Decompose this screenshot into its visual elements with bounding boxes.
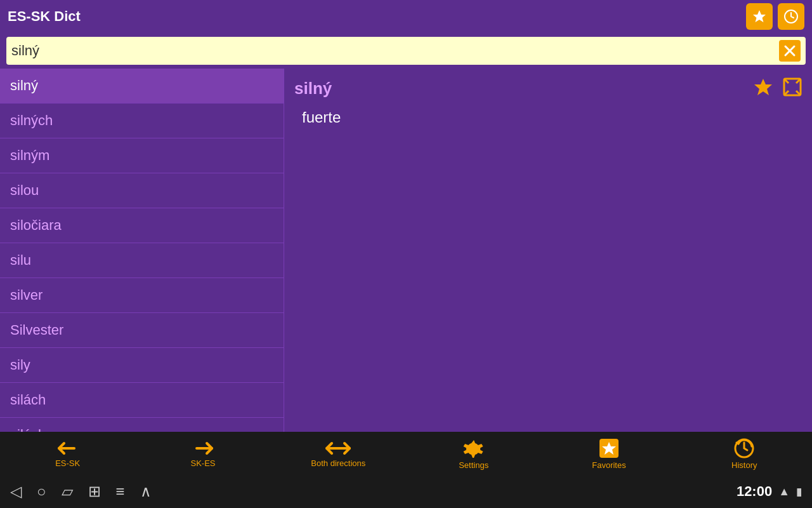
favorites-header-button[interactable] <box>746 3 773 30</box>
back-button[interactable]: ◁ <box>10 483 22 500</box>
wifi-icon: ▲ <box>778 485 790 498</box>
word-item[interactable]: Silvester <box>0 313 284 348</box>
sk-es-icon <box>192 439 214 457</box>
favorites-nav-icon <box>598 438 620 459</box>
nav-settings[interactable]: Settings <box>406 432 541 475</box>
settings-icon <box>463 438 485 459</box>
detail-word: silný <box>294 79 802 98</box>
word-item[interactable]: silný <box>0 69 284 104</box>
up-button[interactable]: ∧ <box>140 483 152 500</box>
clear-button[interactable] <box>779 40 801 62</box>
word-item[interactable]: silu <box>0 243 284 278</box>
history-nav-icon <box>733 438 755 459</box>
app-title: ES-SK Dict <box>8 8 81 25</box>
both-directions-icon <box>324 439 352 457</box>
both-directions-label: Both directions <box>311 458 365 468</box>
system-bar-left: ◁ ○ ▱ ⊞ ≡ ∧ <box>10 483 152 500</box>
word-list: silnýsilnýchsilnýmsilousiločiarasilusilv… <box>0 69 284 432</box>
nav-es-sk[interactable]: ES-SK <box>0 432 135 475</box>
word-item[interactable]: silácky <box>0 418 284 432</box>
detail-translation: fuerte <box>294 109 802 126</box>
header-icon-group <box>746 3 804 30</box>
search-input[interactable] <box>11 43 779 59</box>
home-button[interactable]: ○ <box>37 483 46 500</box>
detail-panel: silný fuerte <box>284 69 812 432</box>
history-header-button[interactable] <box>778 3 804 30</box>
menu-button[interactable]: ≡ <box>116 483 125 500</box>
svg-marker-4 <box>754 79 772 95</box>
history-label: History <box>731 460 757 470</box>
system-time: 12:00 <box>737 483 772 500</box>
word-item[interactable]: silách <box>0 383 284 418</box>
recents-button[interactable]: ▱ <box>62 483 73 500</box>
system-bar: ◁ ○ ▱ ⊞ ≡ ∧ 12:00 ▲ ▮ <box>0 475 812 508</box>
word-item[interactable]: siločiara <box>0 208 284 243</box>
expand-detail-button[interactable] <box>780 75 804 99</box>
system-bar-right: 12:00 ▲ ▮ <box>737 483 802 500</box>
favorites-label: Favorites <box>592 460 625 470</box>
main-content: silnýsilnýchsilnýmsilousiločiarasilusilv… <box>0 69 812 432</box>
word-item[interactable]: sily <box>0 348 284 383</box>
star-detail-button[interactable] <box>751 75 775 99</box>
nav-favorites[interactable]: Favorites <box>541 432 676 475</box>
sk-es-label: SK-ES <box>190 458 215 468</box>
es-sk-label: ES-SK <box>55 458 80 468</box>
nav-both-directions[interactable]: Both directions <box>271 432 406 475</box>
battery-icon: ▮ <box>796 486 802 498</box>
settings-label: Settings <box>459 460 488 470</box>
word-item[interactable]: silou <box>0 173 284 208</box>
es-sk-icon <box>56 439 79 457</box>
qr-button[interactable]: ⊞ <box>88 483 101 500</box>
app-header: ES-SK Dict <box>0 0 812 33</box>
search-bar <box>0 33 812 69</box>
word-item[interactable]: silných <box>0 104 284 138</box>
bottom-navigation: ES-SK SK-ES Both directions <box>0 432 812 475</box>
nav-sk-es[interactable]: SK-ES <box>135 432 270 475</box>
search-container <box>6 37 806 65</box>
detail-icon-group <box>751 75 804 99</box>
word-item[interactable]: silver <box>0 278 284 313</box>
svg-marker-0 <box>753 10 766 22</box>
nav-history[interactable]: History <box>677 432 812 475</box>
word-item[interactable]: silným <box>0 138 284 173</box>
